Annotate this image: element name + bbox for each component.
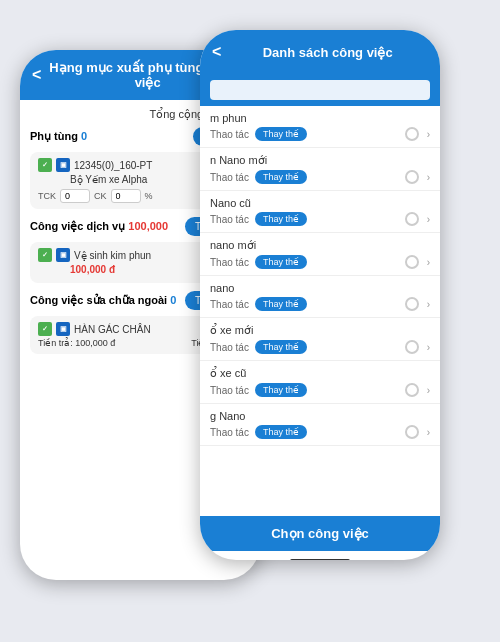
- tck-label: TCK: [38, 191, 56, 201]
- list-item: g Nano Thao tác Thay thế ›: [200, 404, 440, 446]
- item-name-5: nano: [210, 282, 430, 294]
- item-name-3: Nano cũ: [210, 197, 430, 209]
- section-sc-title: Công việc sửa chữa ngoài 0: [30, 294, 176, 307]
- radio-5[interactable]: [405, 297, 419, 311]
- action-label-2: Thao tác: [210, 172, 249, 183]
- tck-input[interactable]: [60, 189, 90, 203]
- right-header: < Danh sách công việc: [200, 30, 440, 74]
- section-cv-title: Công việc dịch vụ 100,000: [30, 220, 168, 233]
- action-btn-2[interactable]: Thay thế: [255, 170, 307, 184]
- sc-icon-green: ✓: [38, 322, 52, 336]
- chevron-4: ›: [427, 257, 430, 268]
- radio-3[interactable]: [405, 212, 419, 226]
- search-bar: [200, 74, 440, 106]
- pt-icon-green: ✓: [38, 158, 52, 172]
- cv-icon-green: ✓: [38, 248, 52, 262]
- radio-4[interactable]: [405, 255, 419, 269]
- chevron-7: ›: [427, 385, 430, 396]
- ck-input[interactable]: [111, 189, 141, 203]
- list-item: n Nano mới Thao tác Thay thế ›: [200, 148, 440, 191]
- item-actions-1: Thao tác Thay thế ›: [210, 127, 430, 141]
- item-actions-6: Thao tác Thay thế ›: [210, 340, 430, 354]
- radio-7[interactable]: [405, 383, 419, 397]
- cv-icon-blue: ▣: [56, 248, 70, 262]
- action-btn-4[interactable]: Thay thế: [255, 255, 307, 269]
- action-btn-7[interactable]: Thay thế: [255, 383, 307, 397]
- total-label: Tổng cộng:: [149, 108, 206, 121]
- action-label-4: Thao tác: [210, 257, 249, 268]
- list-item: nano mới Thao tác Thay thế ›: [200, 233, 440, 276]
- item-actions-3: Thao tác Thay thế ›: [210, 212, 430, 226]
- action-label-6: Thao tác: [210, 342, 249, 353]
- search-input[interactable]: [210, 80, 430, 100]
- chevron-1: ›: [427, 129, 430, 140]
- right-phone: < Danh sách công việc m phun Thao tác Th…: [200, 30, 440, 560]
- radio-6[interactable]: [405, 340, 419, 354]
- cv-item-price: 100,000 đ: [70, 264, 115, 275]
- tien-tra-label: Tiền trả: 100,000 đ: [38, 338, 115, 348]
- item-name-7: ổ xe cũ: [210, 367, 430, 380]
- chevron-3: ›: [427, 214, 430, 225]
- percent-label: %: [145, 191, 153, 201]
- radio-2[interactable]: [405, 170, 419, 184]
- item-actions-7: Thao tác Thay thế ›: [210, 383, 430, 397]
- item-name-1: m phun: [210, 112, 430, 124]
- back-button-left[interactable]: <: [32, 66, 41, 84]
- item-actions-4: Thao tác Thay thế ›: [210, 255, 430, 269]
- section-phu-tung-title: Phụ tùng 0: [30, 130, 87, 143]
- list-item: nano Thao tác Thay thế ›: [200, 276, 440, 318]
- chevron-5: ›: [427, 299, 430, 310]
- chevron-6: ›: [427, 342, 430, 353]
- item-actions-2: Thao tác Thay thế ›: [210, 170, 430, 184]
- right-home-indicator: [200, 551, 440, 560]
- pt-icon-blue: ▣: [56, 158, 70, 172]
- select-job-button[interactable]: Chọn công việc: [200, 516, 440, 551]
- chevron-8: ›: [427, 427, 430, 438]
- item-name-8: g Nano: [210, 410, 430, 422]
- action-btn-6[interactable]: Thay thế: [255, 340, 307, 354]
- right-header-title: Danh sách công việc: [227, 45, 428, 60]
- ck-label: CK: [94, 191, 107, 201]
- job-list: m phun Thao tác Thay thế › n Nano mới Th…: [200, 106, 440, 516]
- action-label-8: Thao tác: [210, 427, 249, 438]
- list-item: Nano cũ Thao tác Thay thế ›: [200, 191, 440, 233]
- radio-8[interactable]: [405, 425, 419, 439]
- item-name-4: nano mới: [210, 239, 430, 252]
- item-actions-8: Thao tác Thay thế ›: [210, 425, 430, 439]
- action-btn-1[interactable]: Thay thế: [255, 127, 307, 141]
- action-btn-8[interactable]: Thay thế: [255, 425, 307, 439]
- action-label-3: Thao tác: [210, 214, 249, 225]
- item-actions-5: Thao tác Thay thế ›: [210, 297, 430, 311]
- item-name-2: n Nano mới: [210, 154, 430, 167]
- list-item: ổ xe mới Thao tác Thay thế ›: [200, 318, 440, 361]
- action-btn-5[interactable]: Thay thế: [255, 297, 307, 311]
- back-button-right[interactable]: <: [212, 43, 221, 61]
- radio-1[interactable]: [405, 127, 419, 141]
- list-item: ổ xe cũ Thao tác Thay thế ›: [200, 361, 440, 404]
- action-label-5: Thao tác: [210, 299, 249, 310]
- action-label-1: Thao tác: [210, 129, 249, 140]
- list-item: m phun Thao tác Thay thế ›: [200, 106, 440, 148]
- action-label-7: Thao tác: [210, 385, 249, 396]
- sc-icon-blue: ▣: [56, 322, 70, 336]
- chevron-2: ›: [427, 172, 430, 183]
- item-name-6: ổ xe mới: [210, 324, 430, 337]
- action-btn-3[interactable]: Thay thế: [255, 212, 307, 226]
